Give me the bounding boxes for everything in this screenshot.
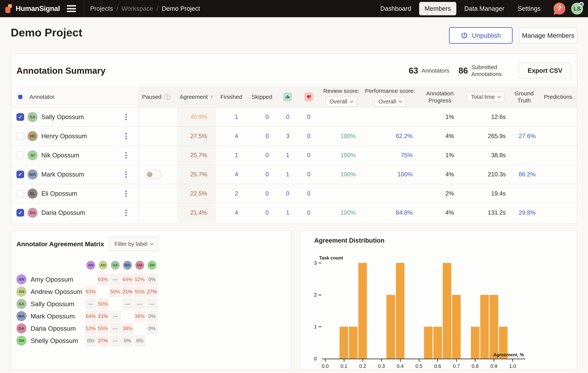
- finished-cell: 4: [216, 165, 247, 184]
- annotator-name: Mark Opossum: [41, 171, 84, 178]
- nav-item-dashboard[interactable]: Dashboard: [375, 2, 417, 15]
- unpublish-button[interactable]: Unpublish: [449, 27, 513, 44]
- rejected-value: 0: [307, 209, 310, 216]
- export-csv-button[interactable]: Export CSV: [519, 63, 571, 78]
- summary-title: Annotation Summary: [16, 65, 105, 76]
- hamburger-menu-icon[interactable]: [67, 5, 76, 12]
- chart-ylabel: Task count: [319, 255, 343, 261]
- ground-truth-cell: [509, 146, 539, 165]
- total-time-dropdown[interactable]: Total time: [467, 92, 505, 102]
- matrix-cell: 27%: [97, 335, 109, 346]
- nav-item-members[interactable]: Members: [419, 2, 456, 15]
- nav-item-data-manager[interactable]: Data Manager: [459, 2, 510, 15]
- chevron-down-icon: [150, 241, 154, 245]
- user-avatar[interactable]: LS: [571, 3, 583, 15]
- paused-help-icon[interactable]: ?: [164, 94, 170, 100]
- row-menu-button[interactable]: [124, 189, 128, 198]
- annotator-avatar: HE: [28, 131, 38, 141]
- chevron-down-icon: [399, 99, 402, 103]
- annotator-avatar: MA: [28, 170, 38, 179]
- accepted-value: 1: [286, 209, 289, 216]
- nav-divider: [84, 0, 84, 17]
- review-score-dropdown[interactable]: Overall: [326, 96, 357, 107]
- row-checkbox[interactable]: [16, 171, 24, 178]
- agreement-value: 27.5%: [190, 133, 207, 139]
- matrix-cell: 0%: [134, 335, 146, 346]
- accepted-cell: 1: [277, 203, 298, 222]
- matrix-self-cell: [85, 274, 96, 285]
- matrix-annotator-name: Shelly Opossum: [31, 337, 78, 344]
- y-tick-label: 2: [307, 292, 317, 298]
- finished-cell: 4: [216, 127, 247, 146]
- accepted-value: 1: [286, 152, 289, 159]
- breadcrumb: Projects / Workspace / Demo Project: [90, 5, 200, 12]
- review-score-cell: 100%: [319, 203, 363, 222]
- row-menu-button[interactable]: [124, 151, 128, 160]
- row-checkbox[interactable]: [16, 190, 24, 197]
- row-menu-button[interactable]: [124, 170, 128, 179]
- breadcrumb-projects[interactable]: Projects: [90, 5, 113, 12]
- breadcrumb-current: Demo Project: [162, 5, 200, 12]
- annotator-cell: SASally Opossum: [11, 108, 139, 126]
- row-checkbox[interactable]: [16, 132, 24, 140]
- row-menu-button[interactable]: [124, 132, 128, 140]
- help-icon[interactable]: ?: [554, 3, 566, 15]
- matrix-annotator-name: Mark Opossum: [31, 312, 75, 320]
- annotators-label: Annotators: [421, 67, 449, 74]
- y-tick-label: 3: [307, 260, 317, 266]
- paused-cell: [139, 146, 177, 165]
- x-axis-line: [322, 359, 525, 359]
- row-checkbox[interactable]: [16, 209, 24, 217]
- row-checkbox[interactable]: [16, 151, 24, 159]
- table-row: ELEli Opossum22.5%20002%19.4s: [11, 184, 577, 203]
- matrix-cell: 52%: [85, 323, 96, 334]
- row-menu-button[interactable]: [124, 209, 128, 217]
- filter-by-label-dropdown[interactable]: Filter by label: [109, 237, 158, 251]
- column-header-skipped[interactable]: Skipped: [247, 86, 277, 107]
- manage-members-button[interactable]: Manage Members: [519, 27, 577, 44]
- skipped-cell: 0: [247, 108, 277, 126]
- annotator-name: Sally Opossum: [41, 113, 84, 121]
- matrix-cell: 38%: [134, 310, 146, 322]
- matrix-column-avatar-cell: DA: [134, 261, 146, 270]
- column-header-ground-truth: Ground Truth: [509, 86, 539, 107]
- review-score-cell: 100%: [319, 127, 363, 146]
- table-row: HEHenry Opossum27.5%4030100%62.2%4%265.9…: [11, 126, 577, 146]
- submitted-label: Submitted Annotations: [471, 64, 510, 77]
- matrix-cell: 0%: [147, 323, 158, 334]
- review-score-value: Overall: [330, 98, 347, 105]
- matrix-cell: —: [134, 298, 146, 310]
- performance-score-dropdown[interactable]: Overall: [374, 96, 406, 107]
- matrix-self-cell: [134, 323, 146, 334]
- matrix-row-avatar: MA: [16, 311, 26, 321]
- paused-toggle[interactable]: [145, 170, 162, 179]
- rejected-cell: 0: [298, 165, 319, 184]
- nav-item-settings[interactable]: Settings: [512, 2, 546, 15]
- humansignal-logo[interactable]: HumanSignal: [5, 4, 60, 13]
- row-checkbox[interactable]: [16, 113, 24, 121]
- row-menu-button[interactable]: [124, 113, 128, 121]
- x-tick-mark: [475, 359, 475, 362]
- review-score-cell: [319, 108, 363, 126]
- chart-xlabel: Agreement, %: [493, 352, 524, 358]
- finished-cell: 2: [216, 184, 247, 203]
- finished-cell: 1: [216, 146, 247, 165]
- column-header-agreement[interactable]: Agreement↑: [177, 86, 216, 107]
- matrix-cell: 64%: [122, 274, 133, 285]
- agreement-value: 40.9%: [190, 114, 207, 120]
- column-header-annotator: Annotator: [11, 86, 139, 107]
- select-all-checkbox[interactable]: [16, 93, 24, 101]
- breadcrumb-workspace[interactable]: Workspace: [122, 5, 153, 12]
- agreement-cell: 25.7%: [177, 165, 216, 184]
- finished-value: 4: [235, 171, 238, 178]
- annotator-name: Henry Opossum: [41, 132, 87, 140]
- matrix-column-avatar-cell: AN: [97, 261, 109, 270]
- annotation-summary-table: AnnotatorPaused?Agreement↑FinishedSkippe…: [11, 86, 577, 222]
- ground-truth-cell: 86.2%: [509, 165, 539, 184]
- annotator-header-label: Annotator: [30, 94, 54, 100]
- matrix-annotator-name: Amy Opossum: [31, 276, 73, 283]
- matrix-cell: 52%: [134, 274, 146, 285]
- finished-value: 4: [235, 209, 238, 216]
- matrix-annotator-name: Sally Opossum: [31, 300, 74, 308]
- column-header-finished[interactable]: Finished: [216, 86, 247, 107]
